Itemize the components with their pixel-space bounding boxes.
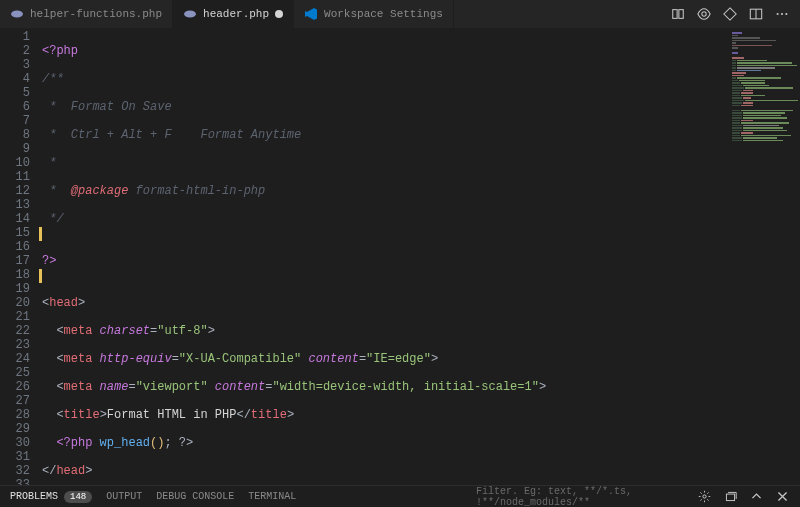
tab-label: header.php xyxy=(203,8,269,20)
editor-tab-bar: helper-functions.php header.php Workspac… xyxy=(0,0,800,28)
gear-icon[interactable] xyxy=(696,489,712,505)
minimap[interactable] xyxy=(730,28,800,485)
bottom-panel: PROBLEMS 148 OUTPUT DEBUG CONSOLE TERMIN… xyxy=(0,485,800,507)
editor: 1234567891011121314151617181920212223242… xyxy=(0,28,800,485)
svg-rect-3 xyxy=(679,10,683,19)
svg-rect-11 xyxy=(726,494,734,501)
svg-point-8 xyxy=(781,13,783,15)
close-icon[interactable] xyxy=(774,489,790,505)
php-file-icon xyxy=(183,7,197,21)
dirty-indicator-icon xyxy=(275,10,283,18)
line-number-gutter: 1234567891011121314151617181920212223242… xyxy=(0,28,42,485)
compare-icon[interactable] xyxy=(670,6,686,22)
panel-tab-output[interactable]: OUTPUT xyxy=(106,491,142,502)
panel-tab-problems[interactable]: PROBLEMS 148 xyxy=(10,491,92,502)
code-area[interactable]: <?php /** * Format On Save * Ctrl + Alt … xyxy=(42,28,730,485)
diff-icon[interactable] xyxy=(722,6,738,22)
svg-point-1 xyxy=(184,11,196,18)
editor-actions xyxy=(660,0,800,28)
svg-rect-2 xyxy=(673,10,677,19)
svg-point-4 xyxy=(702,12,706,16)
php-file-icon xyxy=(10,7,24,21)
chevron-up-icon[interactable] xyxy=(748,489,764,505)
filter-input[interactable]: Filter. Eg: text, **/*.ts, !**/node_modu… xyxy=(476,486,686,508)
more-icon[interactable] xyxy=(774,6,790,22)
tab-helper-functions[interactable]: helper-functions.php xyxy=(0,0,173,28)
fold-indicator xyxy=(39,227,42,241)
vscode-icon xyxy=(304,7,318,21)
svg-point-0 xyxy=(11,11,23,18)
problems-count-badge: 148 xyxy=(64,491,92,503)
tab-label: helper-functions.php xyxy=(30,8,162,20)
tab-label: Workspace Settings xyxy=(324,8,443,20)
svg-point-7 xyxy=(777,13,779,15)
tab-workspace-settings[interactable]: Workspace Settings xyxy=(294,0,454,28)
collapse-all-icon[interactable] xyxy=(722,489,738,505)
panel-tab-terminal[interactable]: TERMINAL xyxy=(248,491,296,502)
svg-point-9 xyxy=(785,13,787,15)
preview-icon[interactable] xyxy=(696,6,712,22)
tab-header-php[interactable]: header.php xyxy=(173,0,294,28)
fold-indicator xyxy=(39,269,42,283)
panel-tab-debug-console[interactable]: DEBUG CONSOLE xyxy=(156,491,234,502)
svg-point-10 xyxy=(702,495,705,498)
split-editor-icon[interactable] xyxy=(748,6,764,22)
